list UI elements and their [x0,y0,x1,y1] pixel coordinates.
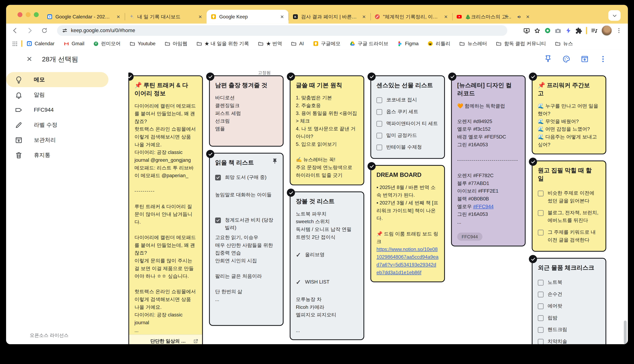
checkbox[interactable] [538,280,544,286]
zoom-window-button[interactable] [34,12,39,17]
checklist-item[interactable]: 옵스 쿠키 세트 [376,108,439,116]
tab-close-icon[interactable]: ✕ [361,14,367,20]
bookmark-item[interactable]: 구글 드라이브 [350,40,388,47]
macos-window-controls[interactable] [18,12,39,17]
color-palette-button[interactable] [562,54,571,64]
checkbox[interactable] [538,190,544,196]
checklist-item[interactable]: 청계도서관 비치 (당장 빌려) [215,216,278,232]
tab-close-icon[interactable]: ✕ [443,14,449,20]
checklist-item[interactable]: 에어팟 [538,302,600,310]
checklist-item[interactable]: 손수건 [538,290,600,298]
note-card[interactable]: 글쓸 때 기본 원칙1. 맞춤법은 기본2. 주술호응3. 용어 통일을 위한 … [290,75,364,185]
site-settings-icon[interactable] [62,28,68,34]
bookmark-item[interactable]: AI [291,41,304,46]
browser-tab[interactable]: 🎄크리스마스의 고요, 창가에✕ [452,10,534,24]
sidebar-item-메모[interactable]: 메모 [6,72,108,87]
checkbox[interactable] [538,304,544,309]
checklist-item[interactable]: 핸드크림 [538,326,600,334]
address-bar[interactable]: keep.google.com/u/0/#home [57,25,507,36]
archive-button[interactable] [580,54,589,64]
lightning-extension-icon[interactable] [565,27,572,34]
checkbox[interactable] [376,121,382,127]
checklist-item[interactable]: 밑미 긍정카드 [376,132,439,140]
url-text[interactable]: keep.google.com/u/0/#home [71,28,135,34]
note-card[interactable]: 📌 루틴 트래커 & 다이어리 정보다이어리에 캘린더 메모패드를 붙여서 만들… [128,75,203,344]
clear-selection-button[interactable]: ✕ [25,55,34,64]
checkbox[interactable] [538,292,544,298]
sidebar-item-라벨 수정[interactable]: 라벨 수정 [6,117,108,132]
more-options-button[interactable] [598,54,608,64]
browser-menu-icon[interactable] [616,27,622,34]
bookmark-item[interactable]: Youtube [130,41,156,46]
scrollbar-thumb[interactable] [624,320,627,344]
open-in-new-icon[interactable] [193,338,198,344]
checklist-item[interactable]: 맥파이앤타이거 티 세트 [376,120,439,128]
close-window-button[interactable] [18,12,22,17]
new-tab-button[interactable]: + [502,13,511,22]
checklist-item[interactable]: 치약치솔 [538,338,600,344]
checklist-item[interactable]: 그 주제를 키워드로 내 이전 글을 검색한다 [538,228,600,244]
browser-tab[interactable]: Google Keep✕ [206,10,288,24]
checkbox[interactable] [376,133,382,138]
camera-extension-icon[interactable] [554,27,562,34]
tab-close-icon[interactable]: ✕ [279,14,285,20]
bookmark-item[interactable]: 구글메모 [313,40,340,47]
tab-close-icon[interactable]: ✕ [525,14,531,20]
extension-green-icon[interactable] [544,27,551,34]
checkbox[interactable] [538,210,544,216]
media-playlist-icon[interactable] [591,27,598,34]
bookmark-item[interactable]: 리틀리 [428,40,450,47]
sidebar-item-알림[interactable]: 알림 [6,87,108,102]
apps-grid-icon[interactable] [12,40,18,47]
note-link-preview[interactable]: 단단한 일상의 단 맛 : ...blog.naver.com [129,334,202,344]
checkbox[interactable] [376,109,382,115]
checklist-item[interactable]: 노트북 [538,278,600,286]
note-card[interactable]: 외근 물품 체크리스크노트북손수건에어팟립밤핸드크림치약치솔머리집게핀에어컨 대… [532,258,606,344]
note-card[interactable]: 📌 프리워커 주간보고🌊 누구를 만나고 어떤 일을 했어?🌊 무엇을 배웠어?… [532,75,606,154]
sidebar-item-휴지통[interactable]: 휴지통 [6,148,108,162]
back-button[interactable] [9,25,21,36]
pin-note-button[interactable] [544,54,552,64]
tab-search-chevron-icon[interactable] [608,10,620,21]
tab-close-icon[interactable]: ✕ [197,14,204,20]
note-link[interactable]: https://www.notion.so/10e0810298648067aa… [376,246,438,275]
checkbox[interactable] [538,230,544,236]
checkbox[interactable] [538,315,544,321]
tab-close-icon[interactable]: ✕ [115,14,122,20]
browser-tab[interactable]: K검사 결과 페이지 | 바른 한글✕ [288,10,370,24]
bookmark-star-icon[interactable] [534,27,540,34]
checkbox[interactable] [376,144,382,150]
checklist-item[interactable]: 코코네코 접시 [376,96,439,104]
sidebar-item-보관처리[interactable]: 보관처리 [6,132,108,148]
reload-button[interactable] [39,25,50,36]
note-card[interactable]: 센스있는 선물 리스트코코네코 접시옵스 쿠키 세트맥파이앤타이거 티 세트밑미… [370,75,445,159]
profile-avatar[interactable] [602,25,612,36]
note-card[interactable]: 원고 집필 막힐 때 할일비슷한 주제로 이전에 썼던 글을 읽어본다블로그, … [532,160,606,252]
open-source-licenses-link[interactable]: 오픈소스 라이선스 [30,332,69,338]
note-card[interactable]: 남편 출장 챙겨줄 것바디로션클렌징밀크퍼스트 세럼선크림앰플 [209,75,284,146]
bookmark-item[interactable]: 뉴스 [555,40,573,47]
bookmark-item[interactable]: ★ 내 일을 위한 기록 [196,40,249,47]
checklist-item[interactable]: 블로그, 전자책, 브런치, 에버노트를 뒤진다 [538,209,600,224]
note-label-chip[interactable]: FFC944 [457,232,482,241]
checklist-item[interactable]: 립밤 [538,314,600,322]
checklist-item[interactable]: 반테이블 수제청 [376,143,439,151]
pinned-pin-icon[interactable] [271,158,278,166]
bookmark-item[interactable]: Gmail [64,41,84,46]
note-card[interactable]: DREAM BOARD▪ 2025년 8월 / 바른 번역 소속 번역가가 된다… [370,165,445,282]
minimize-window-button[interactable] [26,12,30,17]
extensions-puzzle-icon[interactable] [575,27,582,34]
checklist-item[interactable]: 비슷한 주제로 이전에 썼던 글을 읽어본다 [538,189,600,205]
bookmark-item[interactable]: ★ 번역 [258,40,282,47]
bookmark-item[interactable]: 뉴스레터 [459,40,487,47]
bookmark-item[interactable]: Figma [397,41,419,46]
bookmark-item[interactable]: 아임웹 [164,40,187,47]
forward-button[interactable] [24,25,36,36]
note-card[interactable]: 장볼 것 리스트노트북 파우치sweetch 스위치독서템 / 오니프 납작 연… [290,192,364,340]
note-card[interactable]: 읽을 책 리스트희망 도서 (구매 중)높임말로 대화하는 아이들청계도서관 비… [209,153,284,326]
note-card[interactable]: [뉴스레터] 디자인 컬러코드🧡 함께하는 독학클럽오렌지 #d94925옐로우… [451,75,526,246]
checkbox[interactable] [538,327,544,333]
browser-tab[interactable]: "체계적인 기록정리, 이렇게 시작하✕ [370,10,452,24]
install-app-icon[interactable] [523,27,530,34]
browser-tab[interactable]: 내 일 기록 대시보드✕ [125,10,206,24]
